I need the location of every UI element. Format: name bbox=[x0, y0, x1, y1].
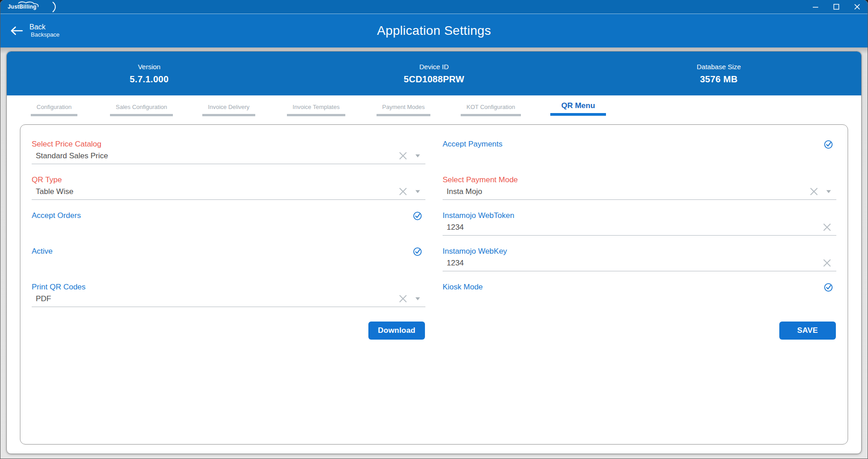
window-controls bbox=[805, 0, 868, 14]
tab-label: Invoice Delivery bbox=[208, 104, 250, 110]
device-id-info: Device ID 5CD1088PRW bbox=[291, 52, 576, 95]
print-qr-codes-value: PDF bbox=[36, 294, 391, 303]
tab-row: Configuration Sales Configuration Invoic… bbox=[7, 95, 861, 119]
tab-underline bbox=[461, 114, 521, 116]
download-button[interactable]: Download bbox=[368, 322, 425, 340]
settings-card: Version 5.7.1.000 Device ID 5CD1088PRW D… bbox=[6, 51, 862, 454]
chevron-down-icon[interactable] bbox=[825, 189, 832, 194]
tab-label: Configuration bbox=[37, 104, 72, 110]
active-label: Active bbox=[32, 246, 52, 256]
check-circle-icon[interactable] bbox=[413, 247, 422, 256]
web-token-value: 1234 bbox=[447, 223, 816, 232]
web-token-field: Instamojo WebToken 1234 bbox=[443, 211, 836, 246]
active-field: Active bbox=[32, 246, 425, 282]
app-window: JustBilling Back Backspa bbox=[0, 0, 868, 459]
minimize-icon bbox=[812, 4, 819, 10]
back-label: Back bbox=[29, 23, 60, 31]
qr-type-value: Table Wise bbox=[36, 187, 391, 196]
qr-type-field: QR Type Table Wise bbox=[32, 175, 425, 211]
version-info: Version 5.7.1.000 bbox=[7, 52, 291, 95]
tab-label: Sales Configuration bbox=[116, 104, 167, 110]
accept-payments-field: Accept Payments bbox=[443, 139, 836, 175]
page-background: Version 5.7.1.000 Device ID 5CD1088PRW D… bbox=[0, 47, 868, 459]
tab-qr-menu[interactable]: QR Menu bbox=[534, 101, 622, 116]
clear-icon[interactable] bbox=[398, 151, 408, 161]
tab-label: Invoice Templates bbox=[293, 104, 340, 110]
tab-underline bbox=[287, 114, 346, 116]
price-catalog-label: Select Price Catalog bbox=[32, 139, 425, 149]
clear-icon[interactable] bbox=[822, 222, 832, 232]
web-key-field: Instamojo WebKey 1234 bbox=[443, 246, 836, 282]
qr-type-label: QR Type bbox=[32, 175, 425, 185]
tab-kot-configuration[interactable]: KOT Configuration bbox=[447, 101, 534, 116]
info-banner: Version 5.7.1.000 Device ID 5CD1088PRW D… bbox=[7, 52, 861, 95]
back-arrow-icon bbox=[10, 25, 23, 36]
web-token-label: Instamojo WebToken bbox=[443, 211, 836, 220]
database-size-info: Database Size 3576 MB bbox=[577, 52, 861, 95]
print-qr-codes-select[interactable]: PDF bbox=[32, 294, 425, 307]
tab-label: KOT Configuration bbox=[467, 104, 515, 110]
clear-icon[interactable] bbox=[809, 187, 819, 196]
logo-text: JustBilling bbox=[5, 4, 41, 10]
tab-invoice-templates[interactable]: Invoice Templates bbox=[272, 101, 360, 116]
tab-sales-configuration[interactable]: Sales Configuration bbox=[98, 101, 185, 116]
web-token-input[interactable]: 1234 bbox=[443, 222, 836, 236]
save-button[interactable]: SAVE bbox=[779, 322, 836, 340]
price-catalog-select[interactable]: Standard Sales Price bbox=[32, 151, 425, 164]
accept-orders-label: Accept Orders bbox=[32, 211, 81, 220]
tab-underline bbox=[31, 114, 77, 116]
chevron-down-icon[interactable] bbox=[415, 189, 421, 194]
app-header: Back Backspace Application Settings bbox=[0, 14, 868, 47]
print-qr-codes-field: Print QR Codes PDF bbox=[32, 282, 425, 318]
web-key-value: 1234 bbox=[447, 259, 816, 268]
tab-underline bbox=[202, 114, 256, 116]
accept-orders-field: Accept Orders bbox=[32, 211, 425, 246]
price-catalog-value: Standard Sales Price bbox=[36, 151, 391, 161]
kiosk-mode-label: Kiosk Mode bbox=[443, 282, 483, 292]
right-column: Accept Payments Select Payment Mode Inst… bbox=[443, 139, 836, 444]
chevron-down-icon[interactable] bbox=[415, 297, 421, 301]
maximize-button[interactable] bbox=[826, 0, 847, 14]
payment-mode-value: Insta Mojo bbox=[447, 187, 802, 196]
check-circle-icon[interactable] bbox=[413, 211, 422, 221]
clear-icon[interactable] bbox=[822, 258, 832, 268]
tab-underline bbox=[110, 114, 173, 116]
close-button[interactable] bbox=[847, 0, 868, 14]
page-title: Application Settings bbox=[0, 24, 868, 38]
check-circle-icon[interactable] bbox=[824, 140, 833, 149]
chevron-down-icon[interactable] bbox=[415, 154, 421, 158]
accept-payments-label: Accept Payments bbox=[443, 139, 502, 149]
left-column: Select Price Catalog Standard Sales Pric… bbox=[32, 139, 425, 444]
back-shortcut-label: Backspace bbox=[29, 32, 60, 38]
minimize-button[interactable] bbox=[805, 0, 826, 14]
tab-configuration[interactable]: Configuration bbox=[10, 101, 98, 116]
qr-type-select[interactable]: Table Wise bbox=[32, 187, 425, 200]
tab-label: Payment Modes bbox=[382, 104, 425, 110]
web-key-input[interactable]: 1234 bbox=[443, 258, 836, 271]
tab-payment-modes[interactable]: Payment Modes bbox=[360, 101, 447, 116]
clear-icon[interactable] bbox=[398, 187, 408, 196]
maximize-icon bbox=[833, 4, 839, 10]
tab-underline bbox=[377, 114, 431, 116]
payment-mode-select[interactable]: Insta Mojo bbox=[443, 187, 836, 200]
web-key-label: Instamojo WebKey bbox=[443, 246, 836, 256]
check-circle-icon[interactable] bbox=[824, 283, 833, 292]
device-id-value: 5CD1088PRW bbox=[404, 74, 464, 85]
tab-invoice-delivery[interactable]: Invoice Delivery bbox=[185, 101, 272, 116]
payment-mode-label: Select Payment Mode bbox=[443, 175, 836, 185]
tab-underline bbox=[550, 113, 606, 116]
database-size-value: 3576 MB bbox=[700, 74, 738, 85]
qr-menu-panel: Select Price Catalog Standard Sales Pric… bbox=[20, 124, 848, 445]
close-icon bbox=[854, 4, 860, 10]
tab-label: QR Menu bbox=[561, 101, 595, 110]
print-qr-codes-label: Print QR Codes bbox=[32, 282, 425, 292]
price-catalog-field: Select Price Catalog Standard Sales Pric… bbox=[32, 139, 425, 175]
clear-icon[interactable] bbox=[398, 294, 408, 303]
payment-mode-field: Select Payment Mode Insta Mojo bbox=[443, 175, 836, 211]
database-size-label: Database Size bbox=[697, 63, 741, 71]
kiosk-mode-field: Kiosk Mode bbox=[443, 282, 836, 318]
version-label: Version bbox=[138, 63, 161, 71]
device-id-label: Device ID bbox=[419, 63, 448, 71]
back-button[interactable]: Back Backspace bbox=[10, 23, 60, 38]
titlebar: JustBilling bbox=[0, 0, 868, 14]
